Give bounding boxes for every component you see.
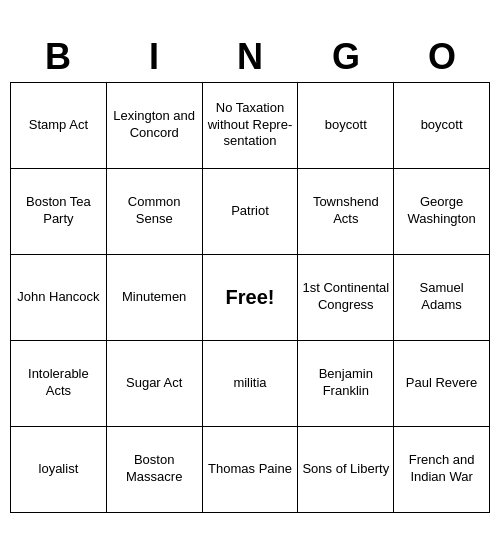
- cell-4-3[interactable]: Sons of Liberty: [298, 427, 394, 513]
- cell-1-1[interactable]: Common Sense: [107, 169, 203, 255]
- bingo-grid: Stamp Act Lexington and Concord No Taxat…: [10, 82, 490, 513]
- cell-2-1[interactable]: Minutemen: [107, 255, 203, 341]
- cell-3-0[interactable]: Intolerable Acts: [11, 341, 107, 427]
- header-o: O: [394, 32, 490, 82]
- cell-2-0[interactable]: John Hancock: [11, 255, 107, 341]
- cell-2-4[interactable]: Samuel Adams: [394, 255, 490, 341]
- cell-1-2[interactable]: Patriot: [203, 169, 299, 255]
- cell-0-4[interactable]: boycott: [394, 83, 490, 169]
- header-g: G: [298, 32, 394, 82]
- bingo-card: B I N G O Stamp Act Lexington and Concor…: [10, 32, 490, 513]
- cell-4-0[interactable]: loyalist: [11, 427, 107, 513]
- bingo-header: B I N G O: [10, 32, 490, 82]
- cell-0-1[interactable]: Lexington and Concord: [107, 83, 203, 169]
- cell-1-0[interactable]: Boston Tea Party: [11, 169, 107, 255]
- header-i: I: [106, 32, 202, 82]
- cell-3-3[interactable]: Benjamin Franklin: [298, 341, 394, 427]
- header-b: B: [10, 32, 106, 82]
- cell-3-2[interactable]: militia: [203, 341, 299, 427]
- header-n: N: [202, 32, 298, 82]
- cell-3-1[interactable]: Sugar Act: [107, 341, 203, 427]
- cell-0-3[interactable]: boycott: [298, 83, 394, 169]
- cell-4-2[interactable]: Thomas Paine: [203, 427, 299, 513]
- cell-4-4[interactable]: French and Indian War: [394, 427, 490, 513]
- cell-0-0[interactable]: Stamp Act: [11, 83, 107, 169]
- cell-2-2-free[interactable]: Free!: [203, 255, 299, 341]
- cell-4-1[interactable]: Boston Massacre: [107, 427, 203, 513]
- cell-1-3[interactable]: Townshend Acts: [298, 169, 394, 255]
- cell-0-2[interactable]: No Taxation without Repre-sentation: [203, 83, 299, 169]
- cell-3-4[interactable]: Paul Revere: [394, 341, 490, 427]
- cell-2-3[interactable]: 1st Continental Congress: [298, 255, 394, 341]
- cell-1-4[interactable]: George Washington: [394, 169, 490, 255]
